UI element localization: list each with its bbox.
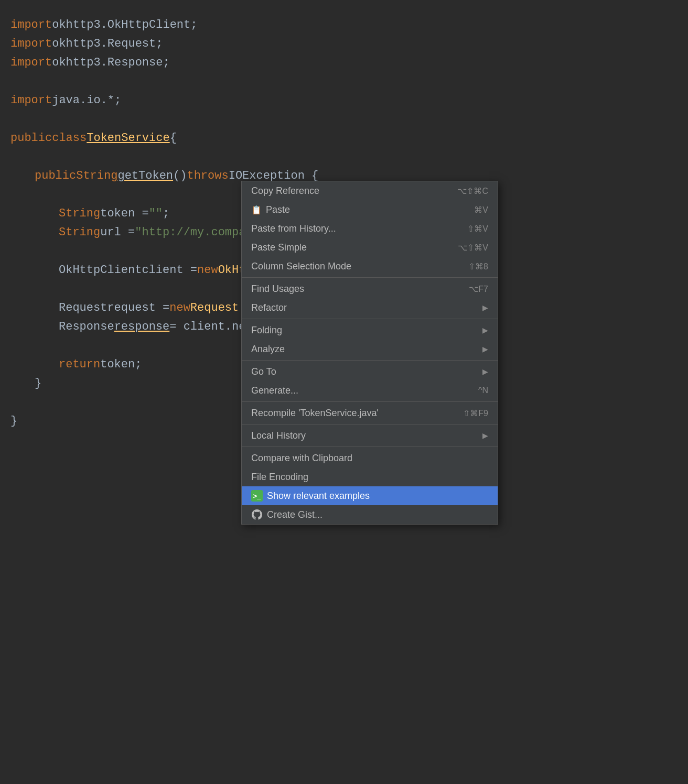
terminal-icon: >_ [251,490,263,502]
menu-item-paste-simple[interactable]: Paste Simple ⌥⇧⌘V [242,238,498,257]
menu-item-label: File Encoding [251,472,308,483]
code-line [10,72,678,91]
keyword: class [52,129,87,147]
keyword: import [10,91,52,110]
menu-item-label: Copy Reference [251,186,319,197]
identifier: OkHttpClient [59,261,142,279]
menu-item-refactor[interactable]: Refactor ▶ [242,298,498,317]
menu-item-label: Local History [251,430,306,441]
keyword: import [10,35,52,53]
keyword: return [59,355,100,374]
keyword: public [35,167,76,185]
menu-item-folding[interactable]: Folding ▶ [242,321,498,340]
menu-item-label: Recompile 'TokenService.java' [251,408,379,419]
code-line: import okhttp3.OkHttpClient; [10,16,678,35]
code-line: import okhttp3.Response; [10,53,678,72]
identifier: response [114,318,170,336]
keyword: String [59,223,100,242]
menu-item-shortcut: ⌥⇧⌘V [458,243,488,253]
menu-divider [242,360,498,361]
submenu-arrow-icon: ▶ [482,367,488,376]
menu-item-label: Paste from History... [251,223,336,234]
menu-item-generate[interactable]: Generate... ^N [242,381,498,400]
menu-item-show-examples[interactable]: >_ Show relevant examples [242,486,498,505]
keyword: import [10,53,52,72]
keyword: public [10,129,52,147]
menu-item-goto[interactable]: Go To ▶ [242,362,498,381]
menu-item-analyze[interactable]: Analyze ▶ [242,340,498,358]
keyword: String [59,204,100,223]
menu-item-label: Paste Simple [251,242,307,253]
identifier: okhttp3.Response [52,53,163,72]
submenu-arrow-icon: ▶ [482,431,488,440]
code-line [10,148,678,167]
paste-icon: 📋 [251,204,262,215]
context-menu: Copy Reference ⌥⇧⌘C 📋 Paste ⌘V Paste fro… [241,181,498,525]
identifier: url = [100,223,135,242]
menu-item-shortcut: ⇧⌘8 [468,262,488,271]
identifier: request = [107,299,169,317]
identifier: okhttp3.OkHttpClient [52,16,190,34]
menu-divider [242,424,498,424]
identifier: Request [59,299,107,317]
code-line: import okhttp3.Request; [10,35,678,53]
menu-item-label: Refactor [251,302,287,313]
menu-item-create-gist[interactable]: Create Gist... [242,505,498,524]
submenu-arrow-icon: ▶ [482,303,488,312]
code-line [10,110,678,129]
identifier: Response [59,318,114,336]
menu-item-copy-reference[interactable]: Copy Reference ⌥⇧⌘C [242,181,498,200]
submenu-arrow-icon: ▶ [482,326,488,334]
method-name: getToken [117,167,173,185]
menu-item-shortcut: ⌘V [474,205,488,215]
menu-item-shortcut: ⇧⌘F9 [463,408,488,418]
menu-item-recompile[interactable]: Recompile 'TokenService.java' ⇧⌘F9 [242,404,498,422]
keyword: new [169,299,190,317]
string-literal: "" [149,204,163,223]
menu-divider [242,319,498,319]
menu-item-label: Go To [251,366,276,377]
menu-item-label: Column Selection Mode [251,261,351,272]
menu-item-label: Create Gist... [267,509,322,520]
keyword: new [197,261,218,279]
code-line: public class TokenService { [10,129,678,148]
menu-item-column-selection[interactable]: Column Selection Mode ⇧⌘8 [242,257,498,276]
menu-divider [242,401,498,402]
menu-item-paste-history[interactable]: Paste from History... ⇧⌘V [242,219,498,238]
identifier: token = [100,204,148,223]
menu-item-label: Analyze [251,344,285,355]
menu-item-shortcut: ^N [478,386,488,395]
menu-item-label: Folding [251,325,282,336]
menu-divider [242,447,498,447]
menu-item-find-usages[interactable]: Find Usages ⌥F7 [242,279,498,298]
keyword: import [10,16,52,34]
menu-item-label: Paste [266,204,290,215]
menu-item-paste[interactable]: 📋 Paste ⌘V [242,200,498,219]
submenu-arrow-icon: ▶ [482,345,488,353]
menu-item-compare-clipboard[interactable]: Compare with Clipboard [242,449,498,467]
identifier: java.io.* [52,91,114,110]
keyword: String [76,167,117,185]
code-line: import java.io.*; [10,91,678,110]
identifier: okhttp3.Request [52,35,156,53]
menu-item-shortcut: ⌥F7 [469,284,488,294]
menu-item-label: Find Usages [251,284,304,295]
github-icon [251,509,263,520]
class-name: TokenService [87,129,169,147]
menu-item-label: Generate... [251,385,298,396]
menu-item-file-encoding[interactable]: File Encoding [242,467,498,486]
menu-item-label: Compare with Clipboard [251,453,352,464]
menu-divider [242,277,498,278]
menu-item-label: Show relevant examples [267,491,370,502]
menu-item-shortcut: ⌥⇧⌘C [457,186,488,196]
keyword: throws [187,167,228,185]
identifier: token; [100,355,142,374]
menu-item-shortcut: ⇧⌘V [467,224,488,234]
menu-item-local-history[interactable]: Local History ▶ [242,426,498,445]
identifier: client = [142,261,197,279]
